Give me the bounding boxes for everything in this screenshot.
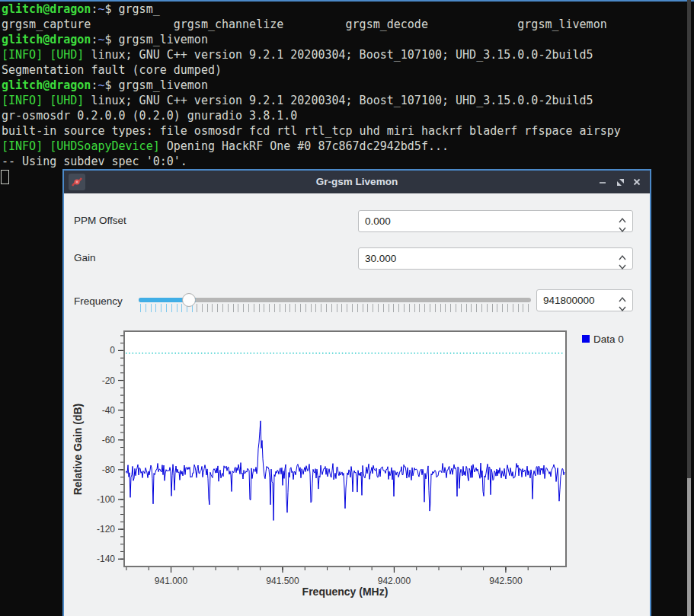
frequency-label: Frequency	[74, 295, 123, 307]
terminal-line: grgsm_capture grgsm_channelize grgsm_dec…	[2, 17, 687, 32]
terminal-output: glitch@dragon:~$ grgsm_grgsm_capture grg…	[2, 2, 687, 169]
y-axis-title: Relative Gain (dB)	[72, 404, 84, 496]
x-tick-label: 941.000	[155, 576, 188, 586]
y-tick-label: -60	[102, 435, 116, 445]
minimize-button[interactable]	[595, 174, 610, 190]
terminal-line: glitch@dragon:~$ grgsm_livemon	[2, 78, 687, 93]
frequency-value: 941800000	[543, 290, 595, 311]
spin-up-button[interactable]	[618, 213, 627, 221]
terminal-scrollbar-thumb[interactable]	[687, 478, 691, 616]
terminal-line: Segmentation fault (core dumped)	[2, 62, 687, 78]
plot-canvas	[124, 331, 566, 567]
frequency-slider[interactable]	[139, 292, 531, 312]
spin-up-button[interactable]	[618, 251, 627, 258]
legend-swatch	[582, 335, 590, 343]
terminal-line: gr-osmosdr 0.2.0.0 (0.2.0) gnuradio 3.8.…	[2, 108, 687, 123]
ppm-offset-spinbox[interactable]: 0.000	[358, 210, 633, 232]
terminal-line: glitch@dragon:~$ grgsm_	[2, 2, 687, 17]
terminal-cursor	[1, 170, 9, 184]
grgsm-livemon-window: Gr-gsm Livemon PPM Offset 0.000	[62, 169, 651, 616]
y-tick-label: 0	[110, 345, 115, 356]
legend-item-data0[interactable]: Data 0	[582, 334, 624, 345]
spectrum-plot: 941.000941.500942.000942.5000-20-40-60-8…	[66, 325, 650, 616]
slider-handle[interactable]	[182, 293, 196, 307]
x-tick-label: 942.500	[489, 576, 523, 586]
y-tick-label: -80	[102, 464, 116, 475]
gain-value: 30.000	[365, 248, 396, 269]
spin-down-button[interactable]	[618, 302, 627, 309]
spin-up-button[interactable]	[618, 292, 627, 300]
x-tick-label: 941.500	[266, 576, 299, 586]
ppm-offset-label: PPM Offset	[74, 215, 126, 226]
x-axis-title: Frequency (MHz)	[302, 586, 389, 598]
frequency-spinbox[interactable]: 941800000	[536, 289, 633, 311]
y-tick-label: -140	[97, 554, 115, 564]
spin-down-button[interactable]	[618, 260, 627, 267]
y-tick-label: -120	[97, 524, 115, 535]
terminal-line: [INFO] [UHD] linux; GNU C++ version 9.2.…	[2, 47, 687, 62]
terminal-line: built-in source types: file osmosdr fcd …	[2, 123, 687, 139]
y-tick-label: -40	[102, 405, 116, 416]
terminal-line: -- Using subdev spec '0:0'.	[2, 154, 687, 169]
spin-down-button[interactable]	[618, 222, 627, 230]
y-tick-label: -100	[97, 494, 115, 505]
terminal-line: glitch@dragon:~$ grgsm_livemon	[2, 32, 687, 47]
y-tick-label: -20	[102, 375, 116, 386]
gain-label: Gain	[74, 252, 96, 263]
terminal-line: [INFO] [UHD] linux; GNU C++ version 9.2.…	[2, 93, 687, 108]
ppm-offset-value: 0.000	[365, 211, 391, 231]
terminal-scrollbar[interactable]	[687, 0, 691, 616]
window-titlebar[interactable]: Gr-gsm Livemon	[64, 171, 650, 193]
x-tick-label: 942.000	[378, 576, 411, 586]
terminal-line: [INFO] [UHDSoapyDevice] Opening HackRF O…	[2, 139, 687, 154]
gain-spinbox[interactable]: 30.000	[358, 247, 633, 270]
legend-label: Data 0	[593, 334, 624, 345]
maximize-button[interactable]	[612, 174, 628, 190]
window-title: Gr-gsm Livemon	[64, 171, 650, 193]
close-button[interactable]	[629, 174, 644, 190]
slider-track[interactable]	[139, 298, 531, 302]
slider-ticks	[197, 304, 529, 312]
